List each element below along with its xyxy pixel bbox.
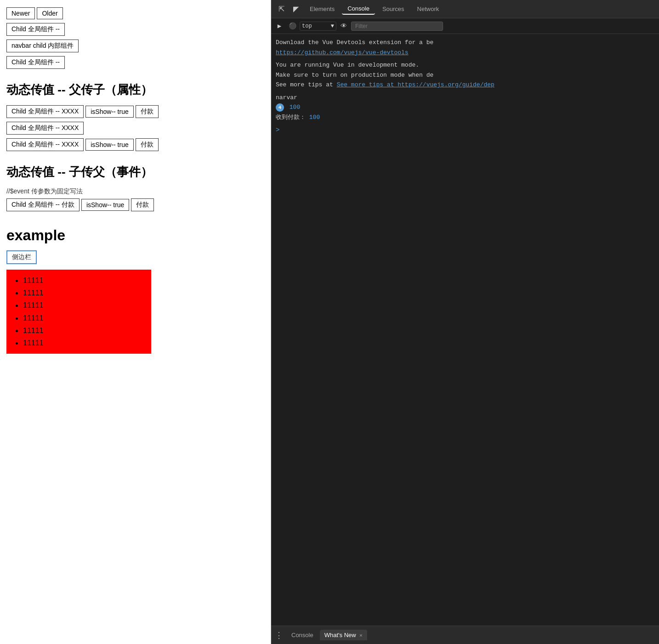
console-link-2[interactable]: See more tips at https://vuejs.org/guide… [337, 81, 494, 88]
console-prompt-line: > [276, 125, 654, 136]
console-text-4: Make sure to turn on production mode whe… [276, 72, 433, 79]
example-title: example [6, 227, 264, 244]
s1r3-col2-button[interactable]: isShow-- true [85, 139, 133, 151]
devtools-topbar: ⇱ ◤ Elements Console Sources Network [271, 0, 659, 18]
list-item: 11111 [23, 274, 144, 287]
device-icon-button[interactable]: ◤ [290, 3, 302, 16]
context-selector[interactable]: top ▼ [300, 22, 336, 31]
console-line-4: Make sure to turn on production mode whe… [276, 70, 654, 80]
console-badge-value: 100 [290, 104, 300, 111]
list-item: 11111 [23, 312, 144, 324]
navbar-child-row: navbar child 内部组件 [6, 40, 264, 54]
section1-row-2: Child 全局组件 -- XXXX [6, 122, 264, 136]
child-global-1-button[interactable]: Child 全局组件 -- [6, 23, 65, 36]
bottom-tab-whats-new[interactable]: What's New × [320, 630, 367, 640]
tab-sources[interactable]: Sources [377, 4, 410, 14]
older-button[interactable]: Older [37, 7, 62, 19]
filter-input[interactable] [351, 22, 443, 31]
s1r1-col2-button[interactable]: isShow-- true [85, 106, 133, 118]
console-content: Download the Vue Devtools extension for … [271, 34, 659, 626]
console-line-1: Download the Vue Devtools extension for … [276, 38, 654, 48]
red-list-box: 11111 11111 11111 11111 11111 11111 [6, 270, 151, 354]
s2-col1-button[interactable]: Child 全局组件 -- 付款 [6, 198, 80, 211]
top-buttons-row: Newer Older [6, 7, 264, 21]
s2-col2-button[interactable]: isShow-- true [81, 199, 129, 211]
s1r2-col1-button[interactable]: Child 全局组件 -- XXXX [6, 122, 84, 135]
console-received-line: 收到付款： 100 [276, 113, 654, 123]
dots-icon[interactable]: ⋮ [275, 630, 283, 640]
left-panel: Newer Older Child 全局组件 -- navbar child 内… [0, 0, 271, 644]
sidebar-button[interactable]: 侧边栏 [6, 250, 37, 264]
tab-elements[interactable]: Elements [304, 4, 340, 14]
console-prompt-arrow[interactable]: > [276, 126, 279, 134]
play-icon[interactable]: ▶ [274, 21, 285, 32]
child-global-2-button[interactable]: Child 全局组件 -- [6, 56, 65, 69]
s1r3-col3-button[interactable]: 付款 [136, 138, 159, 151]
s1r1-col1-button[interactable]: Child 全局组件 -- XXXX [6, 105, 84, 118]
console-link-1[interactable]: https://github.com/vuejs/vue-devtools [276, 49, 409, 56]
console-badge: 4 [276, 103, 284, 112]
tab-network[interactable]: Network [412, 4, 445, 14]
console-line-narvar: narvar [276, 93, 654, 103]
list-item: 11111 [23, 287, 144, 299]
list-item: 11111 [23, 324, 144, 337]
console-badge-line: 4 100 [276, 102, 654, 113]
section1-row-1: Child 全局组件 -- XXXX isShow-- true 付款 [6, 105, 264, 120]
tab-console[interactable]: Console [342, 3, 375, 15]
console-line-3: You are running Vue in development mode. [276, 60, 654, 70]
inspect-icon-button[interactable]: ⇱ [275, 3, 288, 16]
console-line-5: See more tips at See more tips at https:… [276, 80, 654, 90]
section2-title: 动态传值 -- 子传父（事件） [6, 164, 264, 180]
navbar-child-button[interactable]: navbar child 内部组件 [6, 40, 79, 52]
console-text-5a: See more tips at [276, 81, 337, 88]
section1-row-3: Child 全局组件 -- XXXX isShow-- true 付款 [6, 138, 264, 153]
console-text-1: Download the Vue Devtools extension for … [276, 39, 433, 46]
section2-row: Child 全局组件 -- 付款 isShow-- true 付款 [6, 198, 264, 213]
section1-title: 动态传值 -- 父传子（属性） [6, 82, 264, 98]
whats-new-close-icon[interactable]: × [359, 633, 362, 638]
devtools-toolbar: ▶ ⚫ top ▼ 👁 [271, 18, 659, 34]
eye-icon[interactable]: 👁 [338, 21, 349, 32]
child-global-1-row: Child 全局组件 -- [6, 23, 264, 38]
s1r3-col1-button[interactable]: Child 全局组件 -- XXXX [6, 138, 84, 151]
s2-col3-button[interactable]: 付款 [131, 198, 154, 211]
console-received-label: 收到付款： [276, 114, 306, 121]
newer-button[interactable]: Newer [6, 7, 35, 19]
devtools-bottombar: ⋮ Console What's New × [271, 626, 659, 644]
list-item: 11111 [23, 337, 144, 349]
s1r1-col3-button[interactable]: 付款 [136, 105, 159, 118]
child-global-2-row: Child 全局组件 -- [6, 56, 264, 71]
block-icon[interactable]: ⚫ [287, 21, 298, 32]
console-line-2: https://github.com/vuejs/vue-devtools [276, 48, 654, 58]
sidebar-btn-row: 侧边栏 [6, 250, 264, 266]
whats-new-label: What's New [324, 632, 356, 638]
console-received-value: 100 [309, 114, 320, 121]
section2-comment: //$event 传参数为固定写法 [6, 187, 264, 196]
bottom-tab-console[interactable]: Console [287, 630, 318, 640]
context-value: top [302, 23, 312, 29]
console-text-3: You are running Vue in development mode. [276, 62, 419, 68]
devtools-panel: ⇱ ◤ Elements Console Sources Network ▶ ⚫… [271, 0, 659, 644]
list-item: 11111 [23, 299, 144, 311]
red-list: 11111 11111 11111 11111 11111 11111 [14, 274, 144, 349]
console-text-narvar: narvar [276, 94, 297, 101]
